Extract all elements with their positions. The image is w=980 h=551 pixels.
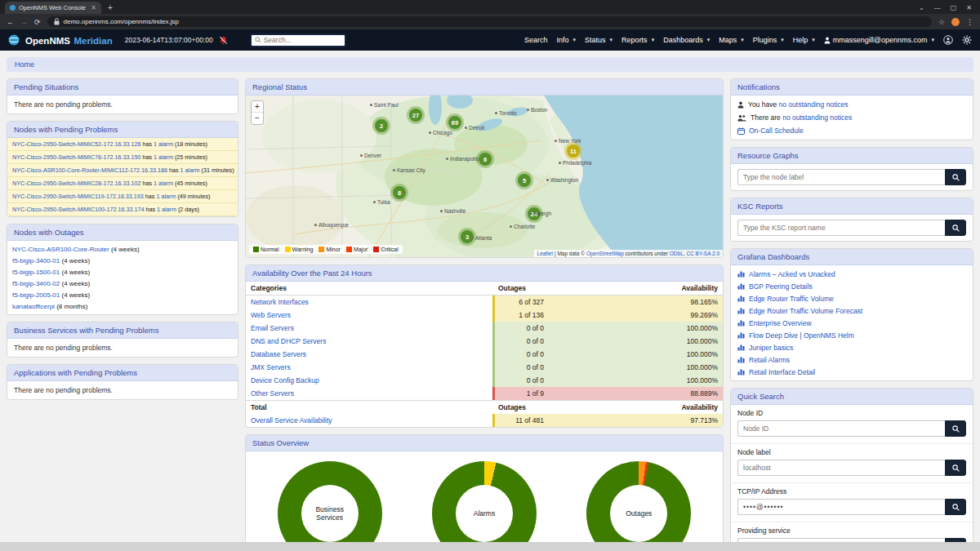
category-link[interactable]: Web Servers [251,311,291,319]
nav-status[interactable]: Status [585,36,612,44]
ip-address-input[interactable] [737,499,945,515]
window-maximize-icon[interactable]: ▢ [951,4,957,11]
alarm-bell-icon[interactable] [219,36,228,45]
category-link[interactable]: DNS and DHCP Servers [251,337,326,345]
brand-name[interactable]: OpenNMS [25,36,70,46]
node-link[interactable]: NYC-Cisco-2950-Switch-MIMIC76-172.16.33.… [12,153,140,161]
oncall-schedule-link[interactable]: On-Call Schedule [749,127,804,135]
node-link[interactable]: NYC-Cisco-2950-Switch-MIMIC119-172.16.33… [12,193,144,200]
grafana-dashboard-link[interactable]: Edge Router Traffic Volume Forecast [749,307,862,315]
zoom-in-button[interactable]: + [252,101,263,113]
map-cluster-marker[interactable]: 6 [476,150,494,168]
map-cluster-marker[interactable]: 8 [390,184,408,202]
address-bar[interactable]: demo.opennms.com/opennms/index.jsp [47,16,932,27]
donut-ring[interactable]: Alarms 283 [432,461,537,551]
nav-info[interactable]: Info [557,36,577,44]
map-cluster-marker[interactable]: 11 [564,142,582,160]
grafana-dashboard-link[interactable]: Flow Deep Dive | OpenNMS Helm [749,331,854,340]
nav-maps[interactable]: Maps [719,36,744,44]
nav-user-menu[interactable]: mmassengill@opennms.com [824,36,934,44]
donut-ring[interactable]: Business Services 3 [278,461,382,551]
grafana-dashboard-link[interactable]: Alarms – Acked vs Unacked [749,270,835,278]
leaflet-link[interactable]: Leaflet [537,251,554,256]
node-id-search-button[interactable] [945,420,966,437]
tab-close-icon[interactable]: ✕ [91,4,96,11]
overall-availability-link[interactable]: Overall Service Availability [251,416,332,424]
category-link[interactable]: Email Servers [251,324,294,332]
grafana-dashboard-link[interactable]: Retail Interface Detail [749,368,815,376]
list-item: Alarms – Acked vs Unacked [731,268,973,280]
alarm-link[interactable]: 1 alarm [154,140,173,148]
category-link[interactable]: Database Servers [251,350,306,358]
nodes-pending-problems-card: Nodes with Pending Problems NYC-Cisco-29… [7,121,238,217]
category-link[interactable]: Network Interfaces [251,298,309,306]
tab-search-icon[interactable]: ⌄ [919,4,924,11]
new-tab-button[interactable]: + [108,3,113,12]
alarm-link[interactable]: 1 alarm [156,193,176,200]
grafana-dashboard-link[interactable]: Juniper basics [749,344,793,352]
zoom-out-button[interactable]: − [252,113,263,124]
notices-link[interactable]: no outstanding notices [782,113,852,122]
navbar-search-input[interactable] [264,36,341,44]
alarm-link[interactable]: 1 alarm [157,206,176,213]
bookmark-star-icon[interactable]: ☆ [938,18,945,26]
map-marker-layer: Saint PaulChicagoDetroitTorontoBostonNew… [246,96,723,257]
alarm-link[interactable]: 1 alarm [154,153,173,161]
window-minimize-icon[interactable]: — [934,4,941,11]
ksc-reports-search-button[interactable] [945,220,966,236]
category-link[interactable]: Other Servers [251,389,294,398]
donut-ring[interactable]: Outages 283 [586,461,691,551]
odbl-link[interactable]: ODbL [670,251,684,256]
map-cluster-marker[interactable]: 69 [446,113,464,131]
back-icon[interactable]: ← [7,18,14,26]
node-link[interactable]: f5-bigip-1500-01 [12,269,60,276]
node-link[interactable]: f5-bigip-3400-01 [12,257,60,264]
node-link[interactable]: NYC-Cisco-ASR100-Core-Router-MIMIC112-17… [12,167,167,174]
alarm-link[interactable]: 1 alarm [180,167,200,174]
node-link[interactable]: f5-bigip-2005-01 [12,291,60,299]
category-link[interactable]: Device Config Backup [251,376,319,384]
breadcrumb-home[interactable]: Home [15,60,34,69]
ksc-reports-input[interactable] [737,220,945,236]
category-link[interactable]: JMX Servers [251,363,291,371]
forward-icon[interactable]: → [20,18,28,26]
gear-icon[interactable] [962,35,972,45]
node-id-input[interactable] [737,420,945,437]
map-cluster-marker[interactable]: 2 [372,117,390,135]
map-cluster-marker[interactable]: 5 [515,171,533,189]
empty-message: There are no pending problems. [7,339,238,357]
osm-link[interactable]: OpenStreetMap [586,251,624,256]
alarm-link[interactable]: 1 alarm [154,180,173,187]
grafana-dashboard-link[interactable]: Enterprise Overview [749,319,812,327]
window-close-icon[interactable]: ✕ [966,4,972,11]
ip-search-button[interactable] [945,499,966,515]
nav-reports[interactable]: Reports [621,36,654,44]
profile-avatar[interactable] [951,18,960,26]
grafana-dashboard-link[interactable]: BGP Peering Details [749,282,813,291]
nav-dashboards[interactable]: Dashboards [663,36,710,44]
node-link[interactable]: kanataofficerpi [12,303,55,310]
node-link[interactable]: NYC-Cisco-ASR100-Core-Router [12,246,109,253]
grafana-dashboard-link[interactable]: Edge Router Traffic Volume [749,295,834,303]
node-link[interactable]: NYC-Cisco-2950-Switch-MIMIC100-172.16.33… [12,206,144,213]
node-link[interactable]: f5-bigip-3400-02 [12,280,60,287]
nav-help[interactable]: Help [793,36,815,44]
notices-link[interactable]: no outstanding notices [779,100,849,109]
nav-plugins[interactable]: Plugins [753,36,784,44]
resource-graphs-input[interactable] [737,169,945,185]
node-label-search-button[interactable] [945,460,966,476]
grafana-dashboard-link[interactable]: Retail Alarms [749,356,790,364]
resource-graphs-search-button[interactable] [945,169,966,185]
browser-tab[interactable]: OpenNMS Web Console ✕ [5,2,101,14]
reload-icon[interactable]: ⟳ [34,18,41,26]
node-label-input[interactable] [737,460,945,476]
navbar-search[interactable] [250,33,346,47]
nav-search[interactable]: Search [524,36,548,44]
browser-menu-icon[interactable]: ⋮ [966,18,973,26]
node-link[interactable]: NYC-Cisco-2950-Switch-MIMIC28-172.16.33.… [12,180,140,187]
user-badge-icon[interactable] [943,35,953,45]
cc-link[interactable]: CC BY-SA 2.0 [686,251,719,256]
regional-status-map[interactable]: Saint PaulChicagoDetroitTorontoBostonNew… [246,96,723,257]
node-link[interactable]: NYC-Cisco-2950-Switch-MIMIC52-172.16.33.… [12,140,140,148]
map-cluster-marker[interactable]: 27 [407,106,425,124]
